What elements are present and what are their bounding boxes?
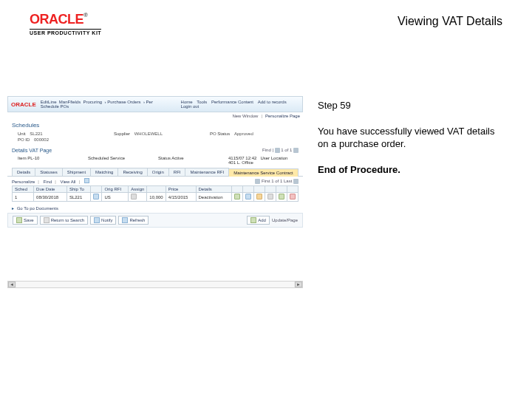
return-link-row: ▸ Go To po Documents (7, 203, 303, 213)
return-icon (44, 217, 50, 223)
subbar: New Window | Personalize Page (7, 112, 303, 120)
add-icon[interactable] (267, 194, 273, 200)
tab-shipment[interactable]: Shipment (62, 168, 91, 176)
chevron-left-icon[interactable] (275, 148, 280, 153)
schedule-tabs: Details Statuses Shipment Matching Recei… (7, 168, 303, 177)
app-header: ORACLE EditLine ManFfields Procuring › P… (7, 96, 303, 112)
top-nav[interactable]: Home Tools Performance Content Add to re… (180, 100, 299, 109)
col-sched[interactable]: Sched (13, 186, 34, 193)
footer-bar: Save Return to Search Notify Refresh Add… (7, 213, 303, 228)
dropdown-icon[interactable] (131, 194, 137, 200)
tab-maintenance-rfi[interactable]: Maintenance RFI (185, 168, 229, 176)
find-link[interactable]: Find (44, 180, 52, 184)
edit-icon[interactable] (234, 194, 240, 200)
col-details[interactable]: Details (196, 186, 232, 193)
lookup-icon[interactable] (93, 194, 99, 200)
detail-kv: Item PL-10 Scheduled Service Status Acti… (7, 154, 303, 168)
add-button[interactable]: Add (247, 216, 270, 225)
last-icon[interactable] (293, 179, 299, 184)
notify-icon (94, 217, 100, 223)
schedule-grid: Sched Due Date Ship To Orig RFI Assign P… (12, 185, 299, 202)
tab-maintenance-service[interactable]: Maintenance Service Contract (228, 168, 298, 177)
grid-pager[interactable]: First 1 of 1 Last (255, 179, 299, 184)
col-select (147, 186, 166, 193)
step-body: You have successfully viewed VAT details… (318, 126, 502, 151)
scroll-right-icon[interactable]: ► (295, 282, 302, 287)
instruction-panel: Step 59 You have successfully viewed VAT… (318, 100, 502, 177)
save-button[interactable]: Save (13, 216, 38, 225)
return-arrow-icon: ▸ (12, 206, 14, 211)
page-count: Update/Page (272, 218, 298, 222)
save-icon (16, 217, 22, 223)
breadcrumb[interactable]: EditLine ManFfields Procuring › Purchase… (41, 100, 171, 109)
table-row[interactable]: 1 08/30/2018 SL221 US 10,000 4/15/2015 D… (13, 193, 299, 202)
step-number: Step 59 (318, 100, 502, 112)
oracle-logo-text: ORACLE® (30, 12, 101, 27)
summary-fields: Unit SL221 Supplier WHOLEWELL PO Status … (7, 130, 303, 146)
page-title: Viewing VAT Details (398, 15, 502, 28)
detail-header: Details VAT Page Find | 1 of 1 (7, 146, 303, 154)
col-orig-rfi[interactable]: Orig RFI (102, 186, 129, 193)
col-assign[interactable]: Assign (129, 186, 147, 193)
notify-button[interactable]: Notify (90, 216, 116, 225)
chevron-right-icon[interactable] (293, 148, 299, 153)
delete-icon[interactable] (290, 194, 296, 200)
personalize-page-link[interactable]: Personalize Page (265, 114, 300, 118)
tab-origin[interactable]: Origin (147, 168, 169, 176)
refresh-icon (122, 217, 128, 223)
app-screenshot: ORACLE EditLine ManFfields Procuring › P… (7, 96, 303, 288)
refresh-button[interactable]: Refresh (118, 216, 149, 225)
horizontal-scrollbar[interactable]: ◄ ► (7, 281, 303, 288)
return-link[interactable]: Go To po Documents (17, 206, 58, 211)
app-logo: ORACLE (11, 101, 36, 108)
add-page-icon (250, 217, 256, 223)
detail-title: Details VAT Page (12, 148, 52, 153)
section-title: Schedules (7, 120, 303, 130)
oracle-upk-logo: ORACLE® USER PRODUCTIVITY KIT (30, 12, 101, 35)
scroll-thumb[interactable] (16, 282, 294, 287)
new-window-label: New Window (232, 114, 258, 118)
personalize-link[interactable]: Personalize (12, 180, 35, 184)
first-icon[interactable] (255, 179, 260, 184)
col-lookup (91, 186, 102, 193)
tab-details[interactable]: Details (12, 168, 35, 176)
col-price[interactable]: Price (166, 186, 196, 193)
detail-pager[interactable]: Find | 1 of 1 (262, 148, 299, 153)
col-ship-to[interactable]: Ship To (66, 186, 91, 193)
comments-icon[interactable] (279, 194, 284, 200)
tab-rfi[interactable]: RFI (168, 168, 186, 176)
details-icon[interactable] (245, 194, 251, 200)
grid-toolbar: Personalize| Find| View All| First 1 of … (7, 177, 303, 185)
end-of-procedure: End of Procedure. (318, 164, 502, 177)
tab-statuses[interactable]: Statuses (35, 168, 62, 176)
copy-icon[interactable] (256, 194, 262, 200)
oracle-logo-subtext: USER PRODUCTIVITY KIT (30, 29, 101, 35)
scroll-left-icon[interactable]: ◄ (8, 282, 16, 287)
zoom-icon[interactable] (84, 178, 89, 183)
tab-matching[interactable]: Matching (90, 168, 118, 176)
return-to-search-button[interactable]: Return to Search (40, 216, 88, 225)
tab-receiving[interactable]: Receiving (117, 168, 147, 176)
col-due-date[interactable]: Due Date (34, 186, 67, 193)
view-all-link[interactable]: View All (61, 180, 76, 184)
